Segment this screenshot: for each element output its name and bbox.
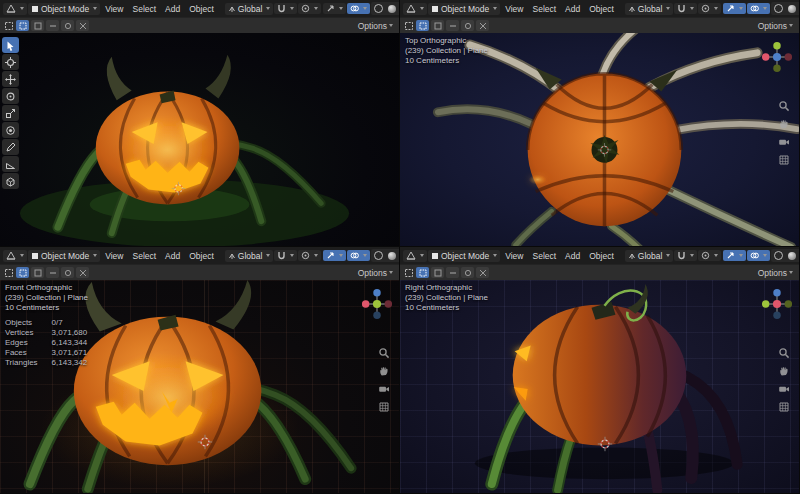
- proportional-edit-button[interactable]: [298, 3, 321, 14]
- proportional-edit-button[interactable]: [698, 3, 721, 14]
- toggle-grid-icon[interactable]: [777, 153, 790, 166]
- axis-z-neg[interactable]: [773, 312, 780, 319]
- navigation-gizmo[interactable]: [760, 40, 794, 74]
- menu-object[interactable]: Object: [185, 3, 218, 15]
- editor-type-button[interactable]: [3, 3, 27, 15]
- select-mode-new-button[interactable]: [416, 267, 429, 278]
- shading-wireframe-button[interactable]: [772, 249, 785, 262]
- mode-selector[interactable]: Object Mode: [28, 3, 100, 15]
- menu-select[interactable]: Select: [528, 3, 560, 15]
- menu-view[interactable]: View: [501, 3, 527, 15]
- shading-wireframe-button[interactable]: [772, 2, 785, 15]
- transform-tool[interactable]: [2, 122, 19, 138]
- transform-orientation-selector[interactable]: Global: [625, 250, 674, 262]
- axis-y[interactable]: [373, 300, 381, 308]
- cursor-tool[interactable]: [2, 54, 19, 70]
- select-mode-intersect-button[interactable]: [476, 20, 489, 31]
- select-box-tool[interactable]: [2, 37, 19, 53]
- select-mode-subtract-button[interactable]: [46, 20, 59, 31]
- axis-x-pos[interactable]: [385, 300, 392, 307]
- axis-z-pos[interactable]: [373, 289, 380, 296]
- select-mode-invert-button[interactable]: [461, 20, 474, 31]
- gizmos-toggle[interactable]: [323, 250, 346, 261]
- menu-object[interactable]: Object: [585, 250, 618, 262]
- mode-selector[interactable]: Object Mode: [428, 3, 500, 15]
- menu-view[interactable]: View: [101, 3, 127, 15]
- axis-x-pos[interactable]: [785, 53, 792, 60]
- select-mode-new-button[interactable]: [416, 20, 429, 31]
- menu-view[interactable]: View: [101, 250, 127, 262]
- menu-add[interactable]: Add: [561, 250, 584, 262]
- overlays-toggle[interactable]: [347, 250, 370, 261]
- pan-hand-icon[interactable]: [777, 364, 790, 377]
- pumpkin-spider-object[interactable]: [438, 33, 797, 246]
- options-button[interactable]: Options: [756, 268, 795, 278]
- axis-z-neg[interactable]: [373, 312, 380, 319]
- select-mode-invert-button[interactable]: [461, 267, 474, 278]
- pan-hand-icon[interactable]: [377, 364, 390, 377]
- camera-view-icon[interactable]: [377, 382, 390, 395]
- menu-add[interactable]: Add: [161, 250, 184, 262]
- menu-add[interactable]: Add: [561, 3, 584, 15]
- menu-select[interactable]: Select: [128, 250, 160, 262]
- select-mode-extend-button[interactable]: [431, 20, 444, 31]
- axis-x[interactable]: [773, 300, 781, 308]
- select-mode-new-button[interactable]: [16, 267, 29, 278]
- select-mode-extend-button[interactable]: [31, 20, 44, 31]
- shading-solid-button[interactable]: [385, 2, 398, 15]
- select-mode-extend-button[interactable]: [431, 267, 444, 278]
- scene-front[interactable]: Front Orthographic (239) Collection | Pl…: [0, 280, 399, 493]
- proportional-edit-button[interactable]: [698, 250, 721, 261]
- pan-hand-icon[interactable]: [777, 117, 790, 130]
- toggle-grid-icon[interactable]: [777, 400, 790, 413]
- overlays-toggle[interactable]: [747, 250, 770, 261]
- scene-perspective[interactable]: [0, 33, 399, 246]
- axis-y-neg[interactable]: [785, 300, 792, 307]
- menu-select[interactable]: Select: [128, 3, 160, 15]
- shading-wireframe-button[interactable]: [372, 2, 385, 15]
- axis-y-neg[interactable]: [773, 65, 780, 72]
- measure-tool[interactable]: [2, 156, 19, 172]
- navigation-gizmo[interactable]: [360, 287, 394, 321]
- editor-type-button[interactable]: [3, 250, 27, 262]
- rotate-tool[interactable]: [2, 88, 19, 104]
- editor-type-button[interactable]: [403, 3, 427, 15]
- axis-x-neg[interactable]: [362, 300, 369, 307]
- toggle-grid-icon[interactable]: [377, 400, 390, 413]
- snapping-button[interactable]: [274, 3, 297, 14]
- axis-y-pos[interactable]: [762, 300, 769, 307]
- menu-view[interactable]: View: [501, 250, 527, 262]
- scene-right[interactable]: Right Orthographic (239) Collection | Pl…: [400, 280, 799, 493]
- options-button[interactable]: Options: [356, 21, 395, 31]
- axis-z[interactable]: [773, 53, 781, 61]
- annotate-tool[interactable]: [2, 139, 19, 155]
- overlays-toggle[interactable]: [747, 3, 770, 14]
- axis-y-pos[interactable]: [773, 42, 780, 49]
- shading-wireframe-button[interactable]: [372, 249, 385, 262]
- mode-selector[interactable]: Object Mode: [428, 250, 500, 262]
- menu-object[interactable]: Object: [585, 3, 618, 15]
- add-cube-tool[interactable]: [2, 173, 19, 189]
- snapping-button[interactable]: [674, 250, 697, 261]
- transform-orientation-selector[interactable]: Global: [225, 3, 274, 15]
- select-mode-intersect-button[interactable]: [76, 267, 89, 278]
- proportional-edit-button[interactable]: [298, 250, 321, 261]
- options-button[interactable]: Options: [756, 21, 795, 31]
- camera-view-icon[interactable]: [777, 135, 790, 148]
- move-tool[interactable]: [2, 71, 19, 87]
- menu-select[interactable]: Select: [528, 250, 560, 262]
- zoom-icon[interactable]: [777, 346, 790, 359]
- shading-solid-button[interactable]: [785, 249, 798, 262]
- gizmos-toggle[interactable]: [323, 3, 346, 14]
- gizmos-toggle[interactable]: [723, 250, 746, 261]
- scale-tool[interactable]: [2, 105, 19, 121]
- menu-object[interactable]: Object: [185, 250, 218, 262]
- transform-orientation-selector[interactable]: Global: [225, 250, 274, 262]
- select-mode-subtract-button[interactable]: [46, 267, 59, 278]
- axis-z-pos[interactable]: [773, 289, 780, 296]
- shading-solid-button[interactable]: [785, 2, 798, 15]
- mode-selector[interactable]: Object Mode: [28, 250, 100, 262]
- snapping-button[interactable]: [674, 3, 697, 14]
- select-mode-invert-button[interactable]: [61, 20, 74, 31]
- gizmos-toggle[interactable]: [723, 3, 746, 14]
